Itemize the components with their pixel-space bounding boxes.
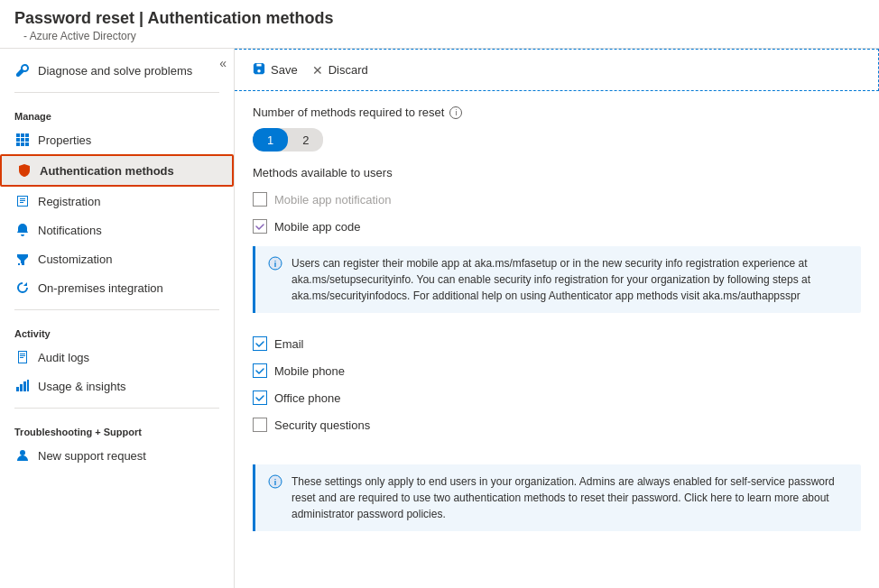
sidebar-item-usage-insights[interactable]: Usage & insights <box>0 372 234 400</box>
sidebar-item-diagnose[interactable]: Diagnose and solve problems <box>0 56 234 85</box>
registration-icon <box>14 193 31 209</box>
method-item-email: Email <box>253 335 861 353</box>
email-label: Email <box>274 337 304 351</box>
methods-toggle[interactable]: 1 2 <box>253 128 323 152</box>
info-box-1-icon: i <box>268 256 282 304</box>
svg-rect-6 <box>16 142 20 146</box>
svg-text:i: i <box>274 260 277 269</box>
toolbar: Save ✕ Discard <box>235 49 879 91</box>
email-checkbox[interactable] <box>253 336 267 351</box>
sidebar-item-auth-methods[interactable]: Authentication methods <box>0 154 234 187</box>
svg-rect-4 <box>21 138 24 142</box>
sidebar-item-audit-label: Audit logs <box>38 351 89 364</box>
svg-rect-1 <box>21 133 24 137</box>
info-box-admin: i These settings only apply to end users… <box>253 464 861 531</box>
mobile-app-notif-label: Mobile app notification <box>274 193 391 207</box>
save-label: Save <box>271 63 298 77</box>
sidebar-item-auth-label: Authentication methods <box>40 164 174 178</box>
svg-rect-12 <box>27 380 29 391</box>
svg-rect-11 <box>23 381 26 391</box>
sidebar-item-registration[interactable]: Registration <box>0 187 234 216</box>
mobile-app-notif-checkbox[interactable] <box>253 192 267 207</box>
sidebar-item-usage-label: Usage & insights <box>38 380 126 393</box>
page-subtitle: - Azure Active Directory <box>23 30 865 42</box>
method-item-mobile-app-notif: Mobile app notification <box>253 190 861 208</box>
svg-rect-0 <box>16 133 20 137</box>
properties-icon <box>14 132 31 148</box>
troubleshooting-section-label: Troubleshooting + Support <box>0 416 234 441</box>
office-phone-checkbox[interactable] <box>253 390 267 405</box>
method-item-security-questions: Security questions <box>253 416 861 434</box>
save-icon <box>253 62 265 78</box>
sidebar-collapse-btn[interactable]: « <box>219 56 227 70</box>
svg-point-13 <box>20 450 25 455</box>
discard-icon: ✕ <box>312 63 323 78</box>
security-questions-checkbox[interactable] <box>253 418 267 432</box>
sidebar-item-onprem[interactable]: On-premises integration <box>0 273 234 302</box>
svg-rect-9 <box>16 387 19 391</box>
person-icon <box>14 447 31 464</box>
paint-icon <box>14 251 31 267</box>
sidebar-item-support-label: New support request <box>38 449 146 463</box>
doc-icon <box>14 349 31 365</box>
mobile-phone-checkbox[interactable] <box>253 363 267 378</box>
mobile-phone-label: Mobile phone <box>274 364 345 378</box>
methods-required-section: Number of methods required to reset i <box>253 106 861 119</box>
toggle-option-1[interactable]: 1 <box>253 128 288 152</box>
manage-section-label: Manage <box>0 100 234 125</box>
sidebar-item-onprem-label: On-premises integration <box>38 281 163 295</box>
sidebar-item-notifications-label: Notifications <box>38 224 102 237</box>
discard-label: Discard <box>328 63 368 77</box>
sidebar-item-registration-label: Registration <box>38 195 100 208</box>
methods-available-label: Methods available to users <box>253 166 861 179</box>
sync-icon <box>14 280 31 296</box>
svg-rect-10 <box>20 384 23 391</box>
sidebar-item-audit-logs[interactable]: Audit logs <box>0 343 234 372</box>
chart-icon <box>14 378 31 394</box>
info-box-mobile-app: i Users can register their mobile app at… <box>253 246 861 313</box>
activity-section-label: Activity <box>0 317 234 343</box>
svg-rect-8 <box>25 142 29 146</box>
methods-required-label: Number of methods required to reset <box>253 106 444 119</box>
shield-icon <box>16 162 32 179</box>
method-item-office-phone: Office phone <box>253 389 861 407</box>
wrench-icon <box>14 62 31 78</box>
svg-rect-7 <box>21 142 24 146</box>
sidebar: « Diagnose and solve problems Manage Pro… <box>0 49 235 588</box>
sidebar-item-notifications[interactable]: Notifications <box>0 216 234 244</box>
mobile-app-code-label: Mobile app code <box>274 220 360 234</box>
method-item-mobile-phone: Mobile phone <box>253 362 861 380</box>
toggle-container: 1 2 <box>253 128 861 152</box>
sidebar-item-properties-label: Properties <box>38 133 91 147</box>
bell-icon <box>14 222 31 238</box>
info-box-1-text: Users can register their mobile app at a… <box>291 255 848 304</box>
toggle-option-2[interactable]: 2 <box>288 128 323 152</box>
discard-button[interactable]: ✕ Discard <box>312 60 368 81</box>
info-box-2-text: These settings only apply to end users i… <box>291 473 848 522</box>
sidebar-item-diagnose-label: Diagnose and solve problems <box>38 64 192 78</box>
svg-rect-2 <box>25 133 29 137</box>
svg-text:i: i <box>274 478 277 487</box>
svg-rect-5 <box>25 138 29 142</box>
save-button[interactable]: Save <box>253 59 298 81</box>
office-phone-label: Office phone <box>274 391 340 405</box>
page-title: Password reset | Authentication methods <box>14 9 865 28</box>
page-header: Password reset | Authentication methods … <box>0 0 879 49</box>
sidebar-item-customization[interactable]: Customization <box>0 244 234 273</box>
svg-rect-3 <box>16 138 20 142</box>
info-box-2-icon: i <box>268 474 282 522</box>
mobile-app-code-checkbox[interactable] <box>253 219 267 234</box>
methods-required-info-icon[interactable]: i <box>449 106 462 119</box>
sidebar-item-support[interactable]: New support request <box>0 441 234 470</box>
inner-content: Number of methods required to reset i 1 … <box>235 91 879 556</box>
sidebar-item-customization-label: Customization <box>38 253 112 266</box>
sidebar-item-properties[interactable]: Properties <box>0 125 234 154</box>
method-item-mobile-app-code: Mobile app code <box>253 217 861 235</box>
security-questions-label: Security questions <box>274 418 370 432</box>
main-content: Save ✕ Discard Number of methods require… <box>235 49 879 588</box>
